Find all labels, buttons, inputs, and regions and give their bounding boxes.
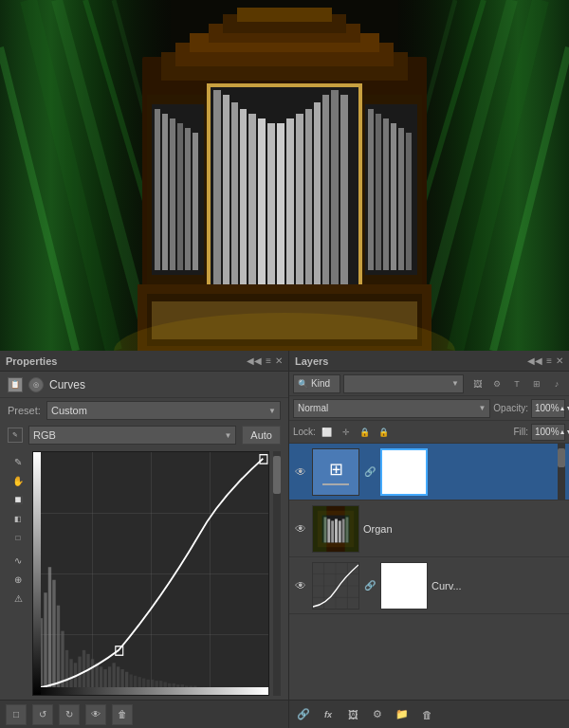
svg-rect-52 bbox=[207, 83, 362, 87]
layers-menu-icon[interactable]: ≡ bbox=[546, 355, 552, 366]
svg-rect-75 bbox=[100, 666, 102, 688]
properties-collapse-icon[interactable]: ◀◀ bbox=[247, 355, 262, 366]
kind-label: Kind bbox=[311, 378, 330, 389]
layers-title: Layers bbox=[295, 355, 328, 367]
fill-input[interactable]: 100% ▲▼ bbox=[531, 424, 565, 441]
properties-menu-icon[interactable]: ≡ bbox=[266, 355, 271, 366]
svg-rect-28 bbox=[277, 123, 284, 303]
auto-button[interactable]: Auto bbox=[242, 426, 281, 445]
layers-collapse-icon[interactable]: ◀◀ bbox=[527, 355, 542, 366]
curves-scrollbar[interactable] bbox=[273, 451, 281, 696]
layer-eye-1[interactable]: 👁 bbox=[293, 444, 308, 500]
curves-header: 📋 ◎ Curves bbox=[0, 372, 288, 398]
kind-search[interactable]: 🔍 Kind bbox=[293, 374, 340, 393]
prop-toolbar-btn-square[interactable]: □ bbox=[6, 704, 27, 725]
filter-type-icon[interactable]: T bbox=[508, 375, 525, 392]
svg-rect-38 bbox=[155, 109, 160, 270]
lock-all-icon[interactable]: 🔒 bbox=[376, 425, 392, 440]
channel-pointer-icon[interactable]: ✎ bbox=[8, 428, 23, 443]
lock-icons: ⬜ ✛ 🔒 🔒 bbox=[320, 425, 510, 440]
kind-dropdown[interactable]: ▼ bbox=[343, 374, 464, 393]
curves-panel-icon: 📋 bbox=[8, 377, 23, 392]
properties-close-icon[interactable]: ✕ bbox=[275, 355, 283, 366]
svg-rect-33 bbox=[322, 95, 329, 303]
svg-rect-67 bbox=[65, 650, 68, 688]
svg-rect-27 bbox=[267, 123, 275, 303]
layer-thumb-adjustment: ⊞ bbox=[312, 448, 359, 496]
layers-adjustment-btn[interactable]: ⚙ bbox=[367, 704, 388, 725]
prop-toolbar-btn-redo[interactable]: ↻ bbox=[59, 704, 80, 725]
filter-adjustment-icon[interactable]: ⚙ bbox=[488, 375, 505, 392]
properties-toolbar: □ ↺ ↻ 👁 🗑 bbox=[0, 700, 288, 728]
svg-rect-21 bbox=[213, 90, 221, 303]
layer-link-1: 🔗 bbox=[363, 466, 376, 477]
curves-hand-tool[interactable]: ✋ bbox=[9, 472, 27, 489]
blend-mode-dropdown[interactable]: Normal ▼ bbox=[293, 399, 490, 418]
svg-rect-74 bbox=[95, 663, 98, 688]
layer-item-curves[interactable]: 👁 🔗 bbox=[289, 557, 569, 614]
svg-rect-80 bbox=[120, 669, 123, 688]
layers-trash-btn[interactable]: 🗑 bbox=[416, 704, 437, 725]
layer-thumb-curves bbox=[312, 562, 359, 610]
filter-shape-icon[interactable]: ⊞ bbox=[528, 375, 545, 392]
layer-item-adjustment[interactable]: 👁 ⊞ 🔗 bbox=[289, 444, 569, 500]
layer-item-organ[interactable]: 👁 bbox=[289, 500, 569, 557]
curves-eyedropper-dark[interactable]: 🔲 bbox=[9, 491, 27, 508]
svg-rect-54 bbox=[207, 83, 211, 303]
layers-toolbar: 🔗 fx 🖼 ⚙ 📁 🗑 bbox=[289, 700, 569, 728]
svg-rect-30 bbox=[296, 114, 303, 303]
svg-rect-112 bbox=[342, 519, 345, 542]
layers-header: Layers ◀◀ ≡ ✕ bbox=[289, 351, 569, 372]
svg-rect-42 bbox=[185, 128, 191, 270]
svg-rect-39 bbox=[162, 114, 168, 270]
layers-panel: Layers ◀◀ ≡ ✕ 🔍 Kind ▼ 🖼 ⚙ T ⊞ ♪ bbox=[289, 351, 569, 728]
lock-move-icon[interactable]: ✛ bbox=[339, 425, 354, 440]
prop-toolbar-btn-undo[interactable]: ↺ bbox=[32, 704, 53, 725]
svg-rect-49 bbox=[391, 123, 396, 270]
svg-rect-19 bbox=[237, 8, 332, 22]
layer-eye-2[interactable]: 👁 bbox=[293, 500, 308, 557]
curves-pointer-tool[interactable]: ✎ bbox=[9, 453, 27, 470]
prop-toolbar-btn-eye[interactable]: 👁 bbox=[85, 704, 106, 725]
layers-group-btn[interactable]: 📁 bbox=[392, 704, 413, 725]
layers-fx-btn[interactable]: fx bbox=[318, 704, 339, 725]
svg-rect-24 bbox=[240, 109, 247, 303]
opacity-input[interactable]: 100% ▲▼ bbox=[531, 399, 565, 418]
channel-value: RGB bbox=[33, 429, 56, 441]
filter-pixel-icon[interactable]: 🖼 bbox=[468, 375, 486, 392]
lock-artboard-icon[interactable]: 🔒 bbox=[358, 425, 373, 440]
svg-rect-40 bbox=[170, 118, 175, 270]
fill-label: Fill: bbox=[513, 427, 528, 437]
svg-rect-43 bbox=[193, 133, 198, 270]
tonal-bar-left bbox=[33, 452, 41, 695]
lock-pixels-icon[interactable]: ⬜ bbox=[320, 425, 335, 440]
curves-circle-icon: ◎ bbox=[28, 377, 44, 392]
svg-rect-70 bbox=[78, 657, 81, 689]
filter-smart-icon[interactable]: ♪ bbox=[548, 375, 565, 392]
fill-stepper: ▲▼ bbox=[560, 428, 569, 435]
kind-filter-row: 🔍 Kind ▼ 🖼 ⚙ T ⊞ ♪ bbox=[289, 372, 569, 396]
curves-target-tool[interactable]: ⊕ bbox=[9, 571, 27, 588]
layers-mask-btn[interactable]: 🖼 bbox=[342, 704, 363, 725]
prop-toolbar-btn-trash[interactable]: 🗑 bbox=[112, 704, 133, 725]
channel-dropdown[interactable]: RGB ▼ bbox=[28, 426, 236, 445]
layers-close-icon[interactable]: ✕ bbox=[556, 355, 563, 366]
curves-wave-tool[interactable]: ∿ bbox=[9, 552, 27, 569]
svg-rect-35 bbox=[340, 95, 348, 303]
adjustment-icon: ⊞ bbox=[329, 459, 343, 480]
search-icon: 🔍 bbox=[298, 379, 308, 389]
layer-eye-3[interactable]: 👁 bbox=[293, 557, 308, 614]
layers-link-btn[interactable]: 🔗 bbox=[293, 704, 314, 725]
layer-scrollbar-1[interactable] bbox=[558, 444, 565, 500]
preset-dropdown[interactable]: Custom ▼ bbox=[46, 401, 281, 420]
layers-header-icons: ◀◀ ≡ ✕ bbox=[527, 355, 563, 366]
lock-label: Lock: bbox=[293, 427, 316, 437]
svg-rect-79 bbox=[117, 666, 119, 688]
curves-thumb-svg bbox=[313, 562, 358, 610]
blend-dropdown-arrow: ▼ bbox=[478, 404, 486, 412]
curves-graph[interactable] bbox=[32, 451, 269, 696]
curves-eyedropper-light[interactable]: □ bbox=[9, 529, 27, 546]
curves-warning-tool[interactable]: ⚠ bbox=[9, 590, 27, 607]
fill-section: Fill: 100% ▲▼ bbox=[513, 424, 565, 441]
curves-eyedropper-mid[interactable]: ◧ bbox=[9, 510, 27, 527]
